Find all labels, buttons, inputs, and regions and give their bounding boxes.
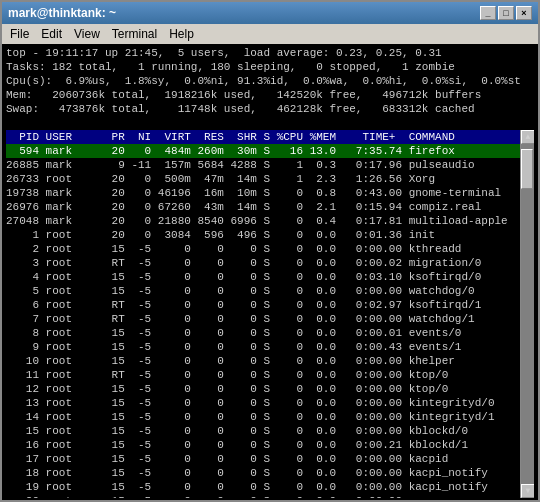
top-line-3: Cpu(s): 6.9%us, 1.8%sy, 0.0%ni, 91.3%id,…	[6, 74, 534, 88]
menu-terminal[interactable]: Terminal	[106, 26, 163, 42]
process-row-23: 18 root 15 -5 0 0 0 S 0 0.0 0:00.00 kacp…	[6, 466, 520, 480]
spacer-line	[6, 116, 534, 130]
menu-bar: File Edit View Terminal Help	[2, 24, 538, 44]
process-row-22: 17 root 15 -5 0 0 0 S 0 0.0 0:00.00 kacp…	[6, 452, 520, 466]
process-row-15: 10 root 15 -5 0 0 0 S 0 0.0 0:00.00 khel…	[6, 354, 520, 368]
process-list: PID USER PR NI VIRT RES SHR S %CPU %MEM …	[6, 130, 520, 498]
window-title: mark@thinktank: ~	[8, 6, 116, 20]
scrollbar-thumb[interactable]	[521, 149, 533, 189]
maximize-button[interactable]: □	[498, 6, 514, 20]
process-row-12: 7 root RT -5 0 0 0 S 0 0.0 0:00.00 watch…	[6, 312, 520, 326]
process-row-6: 1 root 20 0 3084 596 496 S 0 0.0 0:01.36…	[6, 228, 520, 242]
top-line-4: Mem: 2060736k total, 1918216k used, 1425…	[6, 88, 534, 102]
process-row-19: 14 root 15 -5 0 0 0 S 0 0.0 0:00.00 kint…	[6, 410, 520, 424]
process-row-7: 2 root 15 -5 0 0 0 S 0 0.0 0:00.00 kthre…	[6, 242, 520, 256]
process-row-4: 26976 mark 20 0 67260 43m 14m S 0 2.1 0:…	[6, 200, 520, 214]
close-button[interactable]: ×	[516, 6, 532, 20]
scrollbar-track[interactable]	[521, 144, 534, 484]
title-bar: mark@thinktank: ~ _ □ ×	[2, 2, 538, 24]
terminal-content[interactable]: top - 19:11:17 up 21:45, 5 users, load a…	[2, 44, 538, 500]
process-row-25: 20 root 15 -5 0 0 0 S 0 0.0 0:00.00 cque…	[6, 494, 520, 498]
top-line-5: Swap: 473876k total, 11748k used, 462128…	[6, 102, 534, 116]
process-row-21: 16 root 15 -5 0 0 0 S 0 0.0 0:00.21 kblo…	[6, 438, 520, 452]
process-row-24: 19 root 15 -5 0 0 0 S 0 0.0 0:00.00 kacp…	[6, 480, 520, 494]
scrollbar-up-button[interactable]: ▲	[521, 130, 534, 144]
process-row-17: 12 root 15 -5 0 0 0 S 0 0.0 0:00.00 ktop…	[6, 382, 520, 396]
process-row-5: 27048 mark 20 0 21880 8540 6996 S 0 0.4 …	[6, 214, 520, 228]
process-row-9: 4 root 15 -5 0 0 0 S 0 0.0 0:03.10 ksoft…	[6, 270, 520, 284]
menu-edit[interactable]: Edit	[35, 26, 68, 42]
window-controls: _ □ ×	[480, 6, 532, 20]
process-row-8: 3 root RT -5 0 0 0 S 0 0.0 0:00.02 migra…	[6, 256, 520, 270]
scrollbar-down-button[interactable]: ▼	[521, 484, 534, 498]
minimize-button[interactable]: _	[480, 6, 496, 20]
process-row-14: 9 root 15 -5 0 0 0 S 0 0.0 0:00.43 event…	[6, 340, 520, 354]
process-row-10: 5 root 15 -5 0 0 0 S 0 0.0 0:00.00 watch…	[6, 284, 520, 298]
terminal-window: mark@thinktank: ~ _ □ × File Edit View T…	[0, 0, 540, 502]
top-line-1: top - 19:11:17 up 21:45, 5 users, load a…	[6, 46, 534, 60]
top-line-2: Tasks: 182 total, 1 running, 180 sleepin…	[6, 60, 534, 74]
process-row-2: 26733 root 20 0 500m 47m 14m S 1 2.3 1:2…	[6, 172, 520, 186]
process-row-16: 11 root RT -5 0 0 0 S 0 0.0 0:00.00 ktop…	[6, 368, 520, 382]
process-row-20: 15 root 15 -5 0 0 0 S 0 0.0 0:00.00 kblo…	[6, 424, 520, 438]
process-row-3: 19738 mark 20 0 46196 16m 10m S 0 0.8 0:…	[6, 186, 520, 200]
process-row-18: 13 root 15 -5 0 0 0 S 0 0.0 0:00.00 kint…	[6, 396, 520, 410]
process-row-13: 8 root 15 -5 0 0 0 S 0 0.0 0:00.01 event…	[6, 326, 520, 340]
process-area: PID USER PR NI VIRT RES SHR S %CPU %MEM …	[6, 130, 534, 498]
menu-help[interactable]: Help	[163, 26, 200, 42]
process-row-11: 6 root RT -5 0 0 0 S 0 0.0 0:02.97 ksoft…	[6, 298, 520, 312]
menu-file[interactable]: File	[4, 26, 35, 42]
process-row-1: 26885 mark 9 -11 157m 5684 4288 S 1 0.3 …	[6, 158, 520, 172]
process-row-0: 594 mark 20 0 484m 260m 30m S 16 13.0 7:…	[6, 144, 520, 158]
scrollbar[interactable]: ▲ ▼	[520, 130, 534, 498]
column-header: PID USER PR NI VIRT RES SHR S %CPU %MEM …	[6, 130, 520, 144]
menu-view[interactable]: View	[68, 26, 106, 42]
